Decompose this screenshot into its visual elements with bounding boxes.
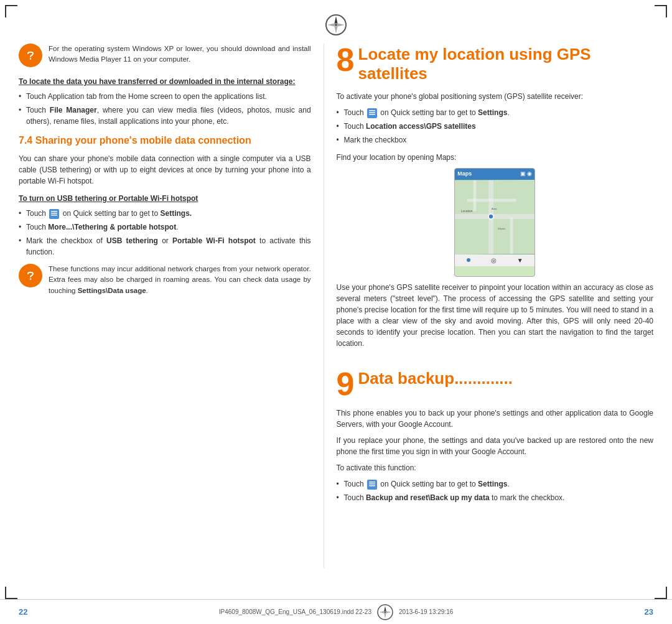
section-7-4-heading: 7.4 Sharing your phone's mobile data con… (19, 133, 311, 148)
settings-icon-right-2 (367, 480, 377, 490)
svg-rect-31 (369, 485, 375, 487)
svg-rect-19 (455, 214, 534, 219)
map-screenshot: Maps ▣ ◉ Location Area (454, 168, 535, 277)
locate-bullet-1: Touch Application tab from the Home scre… (19, 91, 311, 102)
locate-data-bullets: Touch Application tab from the Home scre… (19, 91, 311, 127)
svg-marker-4 (327, 23, 336, 27)
notice-text-2: These functions may incur additional net… (49, 264, 311, 296)
usb-bullet-2: Touch More...\Tethering & portable hotsp… (19, 221, 311, 233)
map-nav-icon: ◎ (491, 256, 497, 265)
top-compass-icon (325, 14, 347, 36)
chapter-9-heading: 9 Data backup............. (337, 368, 653, 400)
svg-point-6 (24, 49, 37, 62)
svg-rect-29 (369, 482, 375, 483)
svg-text:District: District (498, 227, 506, 230)
svg-text:Location: Location (461, 210, 473, 213)
usb-bullets: Touch on Quick setting bar to get to Set… (19, 208, 311, 258)
svg-rect-16 (369, 112, 375, 113)
svg-rect-11 (51, 215, 57, 216)
chapter-8-number: 8 (337, 44, 355, 76)
ch9-para1: This phone enables you to back up your p… (337, 407, 653, 430)
footer-center: IP4609_8008W_QG_Eng_USA_06_130619.indd 2… (219, 603, 454, 621)
map-status-icons: ▣ ◉ (520, 170, 533, 179)
ch8-bullet-3: Mark the checkbox (337, 134, 653, 146)
ch8-bullet-2: Touch Location access\GPS satellites (337, 121, 653, 132)
svg-point-13 (30, 278, 31, 279)
ch9-bullets: Touch on Quick setting bar to get to Set… (337, 478, 653, 503)
settings-icon-right-1 (367, 108, 377, 118)
ch9-bullet-2: Touch Backup and reset\Back up my data t… (337, 492, 653, 503)
chapter-9-title: Data backup............. (358, 368, 513, 388)
ch8-find: Find your location by opening Maps: (337, 152, 653, 163)
footer-datetime: 2013-6-19 13:29:16 (399, 608, 453, 615)
ch9-bullet-1: Touch on Quick setting bar to get to Set… (337, 478, 653, 490)
locate-data-heading: To locate the data you have transferred … (19, 76, 311, 87)
svg-rect-10 (51, 213, 57, 214)
ch8-intro: To activate your phone's global position… (337, 91, 653, 102)
ch8-bullet-1: Touch on Quick setting bar to get to Set… (337, 107, 653, 118)
notice-box-1: For the operating system Windows XP or l… (19, 44, 311, 67)
locate-bullet-2: Touch File Manager, where you can view m… (19, 105, 311, 127)
footer-compass-icon (376, 603, 394, 621)
usb-heading: To turn on USB tethering or Portable Wi-… (19, 193, 311, 204)
corner-mark-bl (5, 587, 17, 599)
section-7-4-body: You can share your phone's mobile data c… (19, 153, 311, 187)
usb-bullet-3: Mark the checkbox of USB tethering or Po… (19, 235, 311, 258)
page-number-left: 22 (19, 607, 27, 617)
page: For the operating system Windows XP or l… (0, 0, 672, 624)
svg-point-12 (24, 269, 37, 282)
map-footer: ◎ ▼ (455, 254, 534, 266)
chapter-8-heading: 8 Locate my location using GPS satellite… (337, 44, 653, 83)
map-header: Maps ▣ ◉ (455, 169, 534, 180)
svg-text:Area: Area (492, 207, 497, 210)
main-content: For the operating system Windows XP or l… (0, 0, 672, 599)
corner-mark-tl (5, 5, 17, 17)
svg-point-27 (488, 214, 493, 219)
ch8-bullets: Touch on Quick setting bar to get to Set… (337, 107, 653, 146)
settings-icon-left-1 (49, 209, 59, 219)
svg-rect-9 (51, 211, 57, 212)
ch9-activate: To activate this function: (337, 462, 653, 473)
svg-marker-5 (336, 23, 345, 27)
notice-box-2: These functions may incur additional net… (19, 264, 311, 296)
svg-rect-22 (474, 180, 477, 211)
svg-rect-23 (510, 217, 513, 254)
corner-mark-tr (655, 5, 667, 17)
svg-rect-30 (369, 483, 375, 485)
chapter-8-title: Locate my location using GPS satellites (358, 44, 653, 83)
map-nav-dot-1 (467, 258, 470, 262)
chapter-9-number: 9 (337, 368, 355, 400)
footer-filename: IP4609_8008W_QG_Eng_USA_06_130619.indd 2… (219, 608, 371, 615)
right-column: 8 Locate my location using GPS satellite… (324, 44, 653, 568)
svg-point-1 (335, 24, 337, 26)
page-number-right: 23 (645, 607, 653, 617)
ch9-para2: If you replace your phone, the settings … (337, 435, 653, 457)
svg-rect-15 (369, 110, 375, 111)
notice-icon-1 (19, 44, 42, 67)
map-body: Location Area District (455, 180, 534, 254)
ch8-body: Use your phone's GPS satellite receiver … (337, 282, 653, 349)
svg-rect-17 (369, 114, 375, 115)
svg-point-7 (30, 58, 31, 59)
left-column: For the operating system Windows XP or l… (19, 44, 324, 568)
corner-mark-br (655, 587, 667, 599)
notice-icon-2 (19, 264, 42, 287)
notice-text-1: For the operating system Windows XP or l… (49, 44, 311, 65)
page-footer: 22 IP4609_8008W_QG_Eng_USA_06_130619.ind… (0, 599, 672, 624)
usb-bullet-1: Touch on Quick setting bar to get to Set… (19, 208, 311, 219)
map-app-name: Maps (457, 170, 472, 179)
map-nav-icon-2: ▼ (517, 256, 523, 265)
